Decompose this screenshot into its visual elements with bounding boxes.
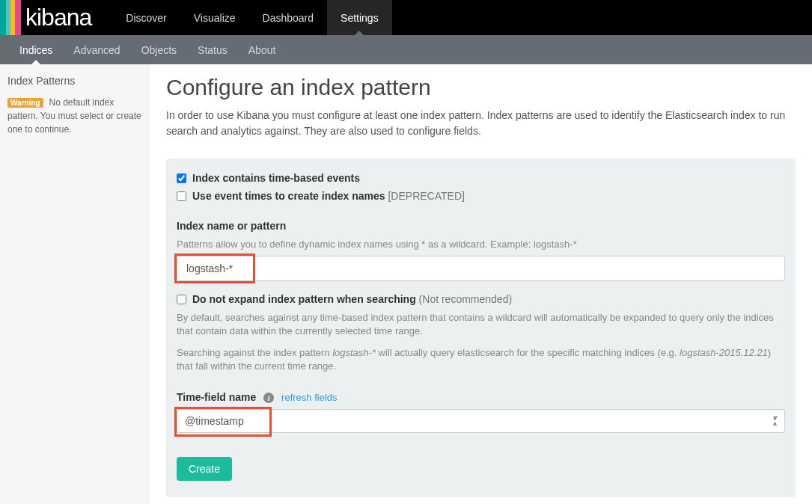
sub-nav: Indices Advanced Objects Status About [0,35,812,64]
warning-badge: Warning [7,98,43,108]
page-description: In order to use Kibana you must configur… [166,108,796,139]
top-nav: kibana Discover Visualize Dashboard Sett… [0,0,812,35]
index-pattern-label: Index name or pattern [177,220,785,232]
sidebar-title: Index Patterns [7,75,142,87]
topnav-item-dashboard[interactable]: Dashboard [249,0,328,35]
sidebar: Index Patterns Warning No default index … [0,64,150,504]
eventtimes-checkbox[interactable] [177,191,186,201]
logo-bars-icon [0,0,21,35]
info-icon[interactable]: i [263,393,274,403]
not-recommended-note: (Not recommended) [419,293,513,305]
timefield-select[interactable]: @timestamp [177,409,785,433]
topnav-item-visualize[interactable]: Visualize [180,0,249,35]
subnav-item-status[interactable]: Status [187,35,238,64]
main-content: Configure an index pattern In order to u… [150,64,812,504]
noexpand-checkbox[interactable] [177,295,186,304]
index-pattern-hint: Patterns allow you to define dynamic ind… [177,238,785,251]
create-button[interactable]: Create [177,457,232,481]
brand-text: kibana [25,4,91,31]
timebased-checkbox[interactable] [177,173,186,183]
index-pattern-input[interactable] [177,256,785,281]
noexpand-desc-2: Searching against the index pattern logs… [177,346,785,373]
subnav-item-indices[interactable]: Indices [9,35,63,64]
refresh-fields-link[interactable]: refresh fields [281,392,337,403]
topnav-items: Discover Visualize Dashboard Settings [112,0,391,35]
timefield-label: Time-field name i refresh fields [177,391,785,403]
eventtimes-label[interactable]: Use event times to create index names [D… [192,190,465,202]
eventtimes-row: Use event times to create index names [D… [177,190,785,202]
noexpand-desc-1: By default, searches against any time-ba… [177,311,785,338]
sidebar-warning: Warning No default index pattern. You mu… [7,96,142,136]
subnav-item-objects[interactable]: Objects [131,35,187,64]
noexpand-label[interactable]: Do not expand index pattern when searchi… [192,293,512,305]
deprecated-tag: [DEPRECATED] [388,190,464,202]
topnav-item-settings[interactable]: Settings [327,0,392,35]
logo[interactable]: kibana [0,0,97,35]
noexpand-row: Do not expand index pattern when searchi… [177,293,785,305]
subnav-item-about[interactable]: About [238,35,287,64]
config-panel: Index contains time-based events Use eve… [166,159,796,497]
page-title: Configure an index pattern [166,75,796,100]
topnav-item-discover[interactable]: Discover [112,0,180,35]
timebased-label[interactable]: Index contains time-based events [192,172,360,184]
subnav-item-advanced[interactable]: Advanced [63,35,130,64]
timebased-row: Index contains time-based events [177,172,785,184]
